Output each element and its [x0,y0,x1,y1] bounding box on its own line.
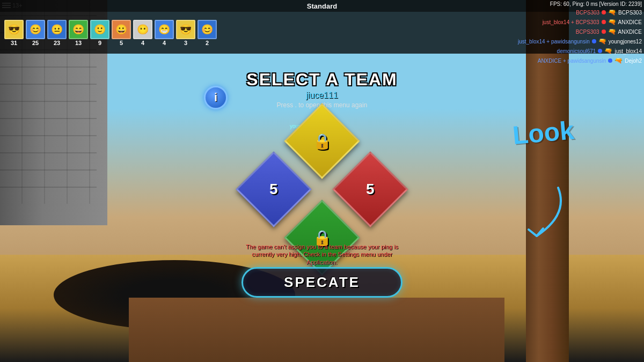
player-entry-3: just_blox14 + pawidsangunsin🔫youngjones1… [518,36,642,46]
player-left-4: demonicsoul671 [557,47,596,55]
avatar-score-9: 2 [206,40,209,46]
avatar-score-4: 9 [98,40,101,46]
avatar-9: 😊2 [197,20,217,46]
gun-icon-5: 🔫 [614,56,623,65]
avatar-score-0: 31 [11,40,17,46]
player-entry-2: BCPS303🔫ANXDICE [518,27,642,36]
player-left-2: BCPS303 [576,28,599,36]
player-entry-4: demonicsoul671🔫just_blox14 [518,46,642,56]
team-blue-count: 5 [269,181,278,198]
gun-icon-1: 🔫 [608,17,616,27]
player-left-0: BCPS303 [576,9,599,17]
avatar-score-1: 25 [32,40,39,46]
player-list: BCPS303🔫BCPS303just_blox14 + BCPS303🔫ANX… [518,8,642,65]
game-title: Standard [307,2,337,10]
avatar-icon-6: 😶 [133,20,152,39]
player-right-1: ANXDICE [618,18,642,26]
avatar-score-8: 3 [184,40,187,46]
player-right-3: youngjones12 [609,38,642,46]
team-dot-1 [602,20,606,24]
avatar-icon-7: 😁 [155,20,174,39]
avatar-score-2: 23 [54,40,60,46]
avatar-icon-9: 😊 [197,20,217,39]
avatar-7: 😁4 [155,20,174,46]
avatar-1: 😊25 [26,20,45,46]
team-dot-2 [602,29,606,34]
team-dot-5 [608,58,612,63]
avatar-8: 😎3 [176,20,195,46]
avatar-6: 😶4 [133,20,152,46]
avatar-icon-2: 😐 [47,20,67,39]
team-yellow-icon: 🔒 [313,132,332,150]
avatar-score-3: 13 [75,40,82,46]
team-dot-0 [602,10,606,14]
error-message: The game can't assign you to a team beca… [241,243,402,266]
avatar-3: 😄13 [69,20,88,46]
team-dot-4 [598,49,602,53]
team-dot-3 [592,39,596,43]
fps-text: FPS: 60, Ping: 0 ms [Version ID: 2239] [550,1,642,7]
gun-icon-0: 🔫 [608,8,616,17]
avatar-0: 😎31 [4,20,24,46]
avatar-score-7: 4 [163,40,166,46]
player-left-1: just_blox14 + BCPS303 [543,18,599,26]
avatar-score-5: 5 [120,40,123,46]
player-entry-1: just_blox14 + BCPS303🔫ANXDICE [518,17,642,27]
player-left-3: just_blox14 + pawidsangunsin [518,38,590,46]
specate-button-label: SPECATE [284,274,360,291]
player-right-0: BCPS303 [618,9,642,17]
avatar-icon-1: 😊 [26,20,45,39]
avatar-icon-4: 🙂 [90,20,109,39]
player-entry-0: BCPS303🔫BCPS303 [518,8,642,17]
avatar-icon-3: 😄 [69,20,88,39]
info-button[interactable]: i [204,86,228,109]
specate-button[interactable]: SPECATE [241,267,402,298]
avatar-2: 😐23 [47,20,67,46]
gun-icon-3: 🔫 [598,36,606,46]
avatar-icon-8: 😎 [176,20,195,39]
avatar-5: 😀5 [112,20,131,46]
player-right-5: Dejoh2 [625,57,642,65]
avatar-score-6: 4 [141,40,144,46]
specate-container: The game can't assign you to a team beca… [241,243,402,298]
avatar-4: 🙂9 [90,20,109,46]
avatar-icon-5: 😀 [112,20,131,39]
player-entry-5: ANXDICE + pawidsangunsin🔫Dejoh2 [518,56,642,65]
player-right-2: ANXDICE [618,28,642,36]
fps-info: FPS: 60, Ping: 0 ms [Version ID: 2239] [550,1,642,7]
gun-icon-2: 🔫 [608,27,616,36]
gun-icon-4: 🔫 [604,46,612,56]
player-left-5: ANXDICE + pawidsangunsin [538,57,606,65]
wood-plank-bottom [129,298,504,362]
team-red-count: 5 [366,181,375,198]
avatar-icon-0: 😎 [4,20,24,39]
player-right-4: just_blox14 [614,47,642,55]
